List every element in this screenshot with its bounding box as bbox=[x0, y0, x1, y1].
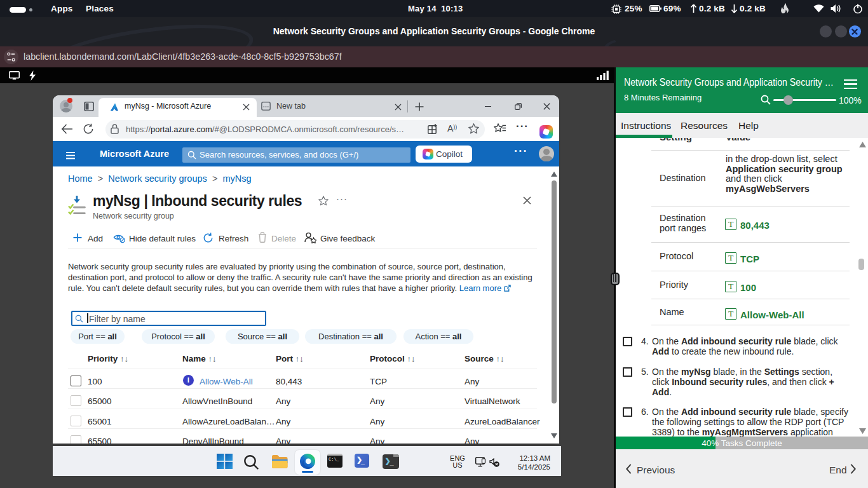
svg-text:Network Security Groups and Ap: Network Security Groups and Application … bbox=[624, 76, 834, 88]
